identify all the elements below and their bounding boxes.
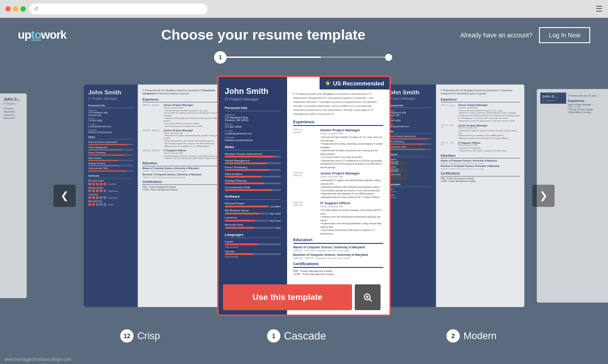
dot-close[interactable]: [5, 6, 11, 12]
crisp-number: 12: [120, 329, 134, 343]
template-label-cascade: 1 Cascade: [267, 329, 326, 343]
page-title: Choose your resume template: [66, 27, 460, 43]
modern-name: Modern: [463, 330, 497, 342]
progress-track: 1: [219, 57, 389, 58]
already-text: Already have an account?: [460, 32, 532, 39]
svg-line-1: [369, 299, 372, 301]
zoom-button[interactable]: [355, 284, 381, 310]
crisp-name: Crisp: [137, 330, 160, 342]
left-arrow-icon: ❮: [61, 190, 69, 202]
template-partial-left: John S... IT Project... IT Profess...dep…: [0, 93, 27, 298]
logo: uptowork: [18, 28, 66, 42]
nav-arrow-left[interactable]: ❮: [53, 185, 76, 207]
use-template-button[interactable]: Use this template: [223, 284, 352, 310]
dot-maximize[interactable]: [20, 6, 26, 12]
watermark: www.heritagechristiancollege.com: [4, 357, 72, 362]
templates-area: John S... IT Project... IT Profess...dep…: [0, 67, 608, 325]
cascade-name: Cascade: [284, 330, 326, 342]
star-icon: ★: [325, 80, 331, 87]
template-label-crisp: 12 Crisp: [120, 329, 160, 343]
progress-step-1: 1: [214, 51, 227, 64]
nav-arrow-right[interactable]: ❯: [532, 185, 555, 207]
template-label-modern: 2 Modern: [446, 329, 497, 343]
us-recommended-badge: ★ US Recommended: [320, 77, 389, 89]
template-modern[interactable]: John Smith IT Project Manager Personal I…: [382, 85, 524, 307]
main-content: uptowork Choose your resume template Alr…: [0, 18, 608, 364]
address-bar[interactable]: ↺: [29, 4, 207, 14]
dot-minimize[interactable]: [13, 6, 18, 12]
progress-fill: [219, 57, 321, 58]
browser-chrome: ↺ ☰: [0, 0, 608, 18]
software-label: Software: [225, 194, 281, 200]
templates-labels: 12 Crisp 1 Cascade 2 Modern: [0, 325, 608, 345]
resume-name-center: John Smith: [225, 87, 281, 96]
skills-label: Skills: [225, 145, 281, 150]
cascade-number: 1: [267, 329, 280, 343]
template-crisp[interactable]: John Smith IT Project Manager Personal I…: [84, 85, 226, 307]
browser-menu-icon[interactable]: ☰: [596, 4, 603, 14]
badge-text: US Recommended: [333, 80, 384, 87]
login-button[interactable]: Log In Now: [539, 27, 590, 43]
template-cascade[interactable]: ★ US Recommended John Smith IT Project M…: [217, 76, 391, 316]
right-arrow-icon: ❯: [539, 190, 547, 202]
header-right: Already have an account? Log In Now: [460, 27, 590, 43]
modern-number: 2: [446, 329, 460, 343]
progress-step-2: [385, 54, 392, 61]
resume-title-center: IT Project Manager: [225, 97, 281, 101]
personal-info-label: Personal Info: [225, 106, 281, 111]
header: uptowork Choose your resume template Alr…: [0, 18, 608, 52]
browser-dots: [5, 6, 26, 12]
progress-container: 1: [0, 52, 608, 67]
